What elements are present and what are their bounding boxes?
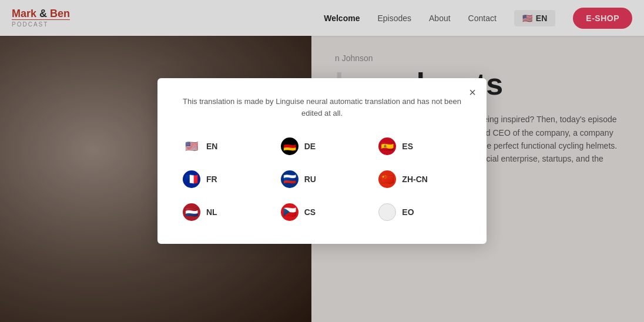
- lang-option-es[interactable]: 🇪🇸 ES: [374, 135, 466, 157]
- lang-option-de[interactable]: 🇩🇪 DE: [276, 135, 368, 157]
- flag-us-icon: 🇺🇸: [183, 137, 200, 155]
- language-grid: 🇺🇸 EN 🇩🇪 DE 🇪🇸 ES 🇫🇷 FR 🇷🇺 RU: [178, 135, 466, 223]
- flag-fr-icon: 🇫🇷: [183, 170, 200, 188]
- lang-label-cs: CS: [304, 207, 316, 217]
- lang-option-zhcn[interactable]: 🇨🇳 ZH-CN: [374, 168, 466, 190]
- flag-eo-icon: [378, 203, 396, 221]
- lang-label-nl: NL: [206, 207, 217, 217]
- lang-option-en[interactable]: 🇺🇸 EN: [178, 135, 270, 157]
- lang-label-zhcn: ZH-CN: [402, 175, 428, 184]
- flag-es-icon: 🇪🇸: [378, 137, 396, 155]
- flag-ru-icon: 🇷🇺: [281, 170, 298, 188]
- lang-option-eo[interactable]: EO: [374, 201, 466, 223]
- lang-option-ru[interactable]: 🇷🇺 RU: [276, 168, 368, 190]
- flag-cn-icon: 🇨🇳: [378, 170, 396, 188]
- flag-cs-icon: 🇨🇿: [281, 203, 298, 221]
- lang-option-fr[interactable]: 🇫🇷 FR: [178, 168, 270, 190]
- lang-label-ru: RU: [304, 175, 316, 184]
- lang-option-nl[interactable]: 🇳🇱 NL: [178, 201, 270, 223]
- lang-label-de: DE: [304, 142, 316, 151]
- lang-label-es: ES: [402, 142, 413, 151]
- lang-label-fr: FR: [206, 175, 217, 184]
- modal-notice-text: This translation is made by Linguise neu…: [178, 96, 466, 119]
- modal-close-button[interactable]: ×: [469, 86, 476, 98]
- lang-label-eo: EO: [402, 207, 414, 217]
- language-modal: × This translation is made by Linguise n…: [157, 78, 487, 244]
- flag-nl-icon: 🇳🇱: [183, 203, 200, 221]
- lang-option-cs[interactable]: 🇨🇿 CS: [276, 201, 368, 223]
- flag-de-icon: 🇩🇪: [281, 137, 298, 155]
- lang-label-en: EN: [206, 142, 217, 151]
- modal-overlay: × This translation is made by Linguise n…: [0, 0, 644, 322]
